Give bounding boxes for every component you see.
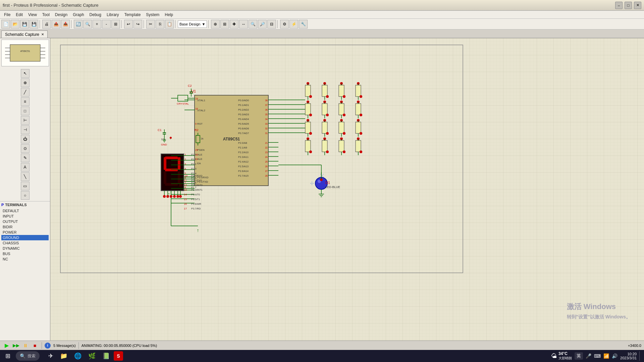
- menu-item-file[interactable]: File: [1, 12, 13, 18]
- svg-text:XTAL1: XTAL1: [197, 99, 205, 102]
- text-tool[interactable]: A: [21, 163, 30, 172]
- sim-play-button[interactable]: ▶: [3, 342, 11, 350]
- terminal-item-output[interactable]: OUTPUT: [1, 219, 49, 224]
- copy-button[interactable]: ⎘: [156, 20, 164, 28]
- save-button[interactable]: 💾: [20, 20, 29, 28]
- component-tool[interactable]: ⊕: [21, 78, 30, 87]
- sim-pause-button[interactable]: ⏸: [21, 342, 30, 350]
- mic-icon[interactable]: 🎤: [586, 353, 591, 359]
- schematic-area[interactable]: U1 XTAL1 XTAL2 RST ALE ALE PSEN EA P0.0/…: [50, 38, 644, 341]
- taskbar-folder-icon[interactable]: 📁: [57, 351, 70, 361]
- power-tool[interactable]: ⏻: [21, 135, 30, 143]
- export-button[interactable]: 📤: [52, 20, 60, 28]
- minimize-button[interactable]: –: [615, 2, 623, 9]
- start-button[interactable]: ⊞: [3, 351, 13, 361]
- marker-tool[interactable]: ✎: [21, 154, 30, 162]
- svg-rect-131: [339, 85, 344, 97]
- terminal-item-bidir[interactable]: BIDIR: [1, 224, 49, 230]
- terminals-header: P TERMINALS: [1, 203, 49, 207]
- sim-tool-3[interactable]: 🔧: [299, 20, 308, 28]
- terminal-tool[interactable]: ⊢: [21, 116, 30, 125]
- cut-button[interactable]: ✂: [146, 20, 155, 28]
- subcircuit-tool[interactable]: □: [21, 107, 30, 115]
- schematic-tab[interactable]: Schematic Capture ✕: [1, 31, 48, 38]
- volume-icon[interactable]: 🔊: [612, 353, 618, 359]
- zoom-out-button[interactable]: -: [102, 20, 111, 28]
- terminal-item-input[interactable]: INPUT: [1, 214, 49, 219]
- sim-step-button[interactable]: ▶▶: [12, 342, 20, 350]
- terminal-item-nc[interactable]: NC: [1, 256, 49, 262]
- menu-item-graph[interactable]: Graph: [70, 12, 87, 18]
- terminal-item-default[interactable]: DEFAULT: [1, 208, 49, 214]
- design-dropdown[interactable]: Base Design ▼: [178, 20, 207, 28]
- svg-point-185: [309, 132, 312, 135]
- terminal-item-chassis[interactable]: CHASSIS: [1, 240, 49, 246]
- menu-item-system[interactable]: System: [143, 12, 162, 18]
- component-preview: AT89C51: [1, 40, 49, 66]
- keyboard-icon[interactable]: ⌨: [594, 353, 601, 359]
- svg-text:AT89C51: AT89C51: [20, 50, 30, 52]
- maximize-button[interactable]: □: [625, 2, 632, 9]
- svg-text:EA: EA: [197, 162, 201, 165]
- open-button[interactable]: 📂: [11, 20, 19, 28]
- menu-item-template[interactable]: Template: [122, 12, 144, 18]
- svg-text:ALE: ALE: [197, 158, 202, 161]
- tool-5[interactable]: 🔍: [249, 20, 257, 28]
- line-tool[interactable]: ╲: [21, 172, 30, 181]
- redo-button[interactable]: ↪: [133, 20, 142, 28]
- menu-item-tool[interactable]: Tool: [40, 12, 52, 18]
- zoom-fit-button[interactable]: ⊞: [111, 20, 120, 28]
- paste-button[interactable]: 📋: [165, 20, 174, 28]
- show-desktop-button[interactable]: [639, 351, 641, 361]
- taskbar-app-icon[interactable]: ✈: [46, 351, 56, 361]
- rect-tool[interactable]: ▭: [21, 182, 30, 190]
- language-indicator[interactable]: 英: [575, 352, 583, 360]
- svg-text:C2: C2: [188, 84, 192, 87]
- tool-3[interactable]: ✚: [230, 20, 238, 28]
- search-bar[interactable]: 🔍 搜索: [16, 351, 40, 361]
- terminal-item-bus[interactable]: BUS: [1, 251, 49, 256]
- menu-item-library[interactable]: Library: [104, 12, 122, 18]
- menu-item-edit[interactable]: Edit: [13, 12, 25, 18]
- network-icon[interactable]: 📶: [603, 353, 609, 359]
- circle-tool[interactable]: ○: [21, 191, 30, 200]
- import-button[interactable]: 📥: [61, 20, 70, 28]
- undo-button[interactable]: ↩: [124, 20, 133, 28]
- svg-text:↑: ↑: [168, 191, 170, 197]
- probe-tool[interactable]: ⊙: [21, 144, 30, 153]
- start-icon: ⊞: [5, 352, 10, 360]
- tool-1[interactable]: ⊕: [211, 20, 220, 28]
- port-tool[interactable]: ⊣: [21, 125, 30, 134]
- sim-stop-button[interactable]: ■: [31, 342, 39, 350]
- terminal-item-dynamic[interactable]: DYNAMIC: [1, 246, 49, 251]
- bus-tool[interactable]: ≡: [21, 97, 30, 106]
- sim-tool-2[interactable]: ⚡: [289, 20, 298, 28]
- tool-7[interactable]: ⊟: [267, 20, 276, 28]
- menu-item-debug[interactable]: Debug: [87, 12, 104, 18]
- taskbar-app-3-icon[interactable]: 📗: [100, 351, 112, 361]
- tab-close-button[interactable]: ✕: [41, 33, 44, 36]
- terminal-item-power[interactable]: POWER: [1, 230, 49, 235]
- svg-text:12: 12: [184, 184, 187, 187]
- tool-6[interactable]: 🔎: [258, 20, 267, 28]
- print-button[interactable]: 🖨: [42, 20, 51, 28]
- search-button[interactable]: 🔍: [83, 20, 92, 28]
- taskbar-browser-icon[interactable]: 🌐: [71, 351, 84, 361]
- terminal-item-ground[interactable]: GROUND: [1, 235, 49, 240]
- sim-tool-1[interactable]: ⚙: [280, 20, 289, 28]
- refresh-button[interactable]: 🔄: [74, 20, 83, 28]
- menu-item-view[interactable]: View: [25, 12, 40, 18]
- menu-item-design[interactable]: Design: [52, 12, 70, 18]
- new-button[interactable]: 📄: [1, 20, 10, 28]
- close-button[interactable]: ✕: [634, 2, 641, 9]
- save-all-button[interactable]: 💾: [30, 20, 38, 28]
- taskbar-app-2-icon[interactable]: 🌿: [86, 351, 98, 361]
- menu-item-help[interactable]: Help: [162, 12, 176, 18]
- select-tool[interactable]: ↖: [21, 69, 30, 78]
- tool-4[interactable]: ↔: [239, 20, 248, 28]
- zoom-in-button[interactable]: +: [93, 20, 101, 28]
- taskbar-proteus-icon[interactable]: S: [114, 351, 123, 361]
- wire-tool[interactable]: ╱: [21, 88, 30, 97]
- time-display[interactable]: 10:20 2023/3/31: [620, 352, 637, 360]
- tool-2[interactable]: ⊞: [220, 20, 229, 28]
